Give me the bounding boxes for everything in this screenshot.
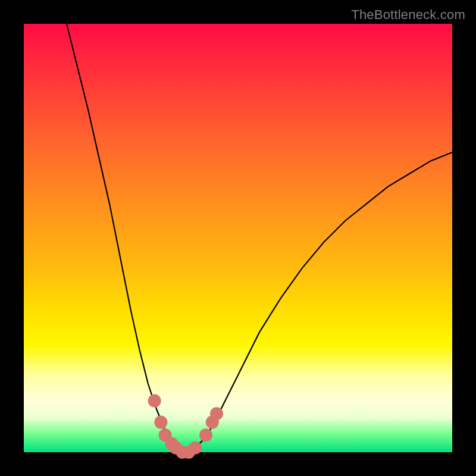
highlight-dot (148, 394, 161, 408)
highlight-dot (199, 428, 212, 441)
highlight-dot (189, 441, 202, 455)
highlight-dots (148, 394, 223, 459)
attribution-text: TheBottleneck.com (351, 7, 465, 23)
chart-frame: TheBottleneck.com (0, 0, 476, 476)
chart-overlay (24, 24, 452, 452)
bottleneck-curve (67, 24, 452, 452)
highlight-dot (154, 416, 167, 429)
highlight-dot (210, 407, 223, 420)
